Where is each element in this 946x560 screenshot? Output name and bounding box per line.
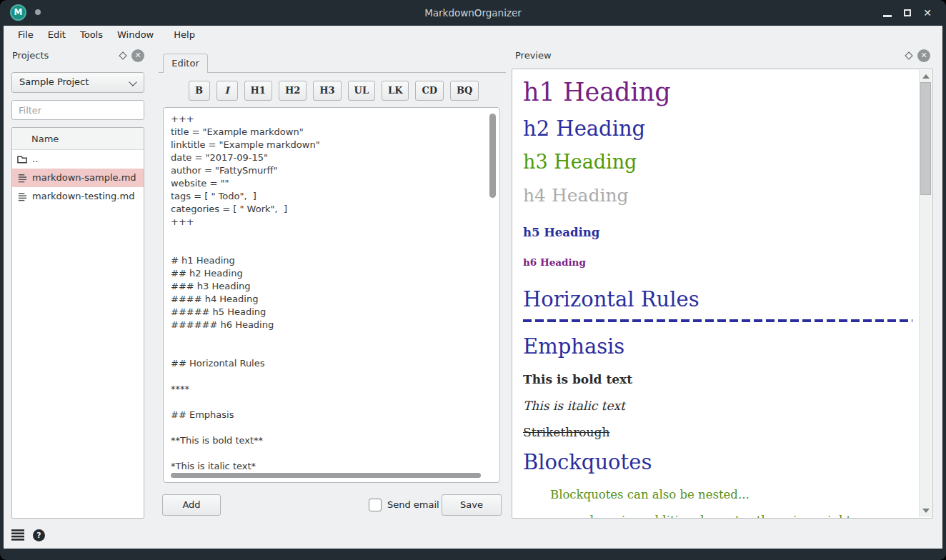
unordered-list-button[interactable]: UL xyxy=(348,81,375,101)
file-name: markdown-testing.md xyxy=(32,187,134,206)
title-bar: M MarkdownOrganizer ✕ xyxy=(0,0,946,26)
preview-blockquote-nested: ...by using additional greater-than sign… xyxy=(579,513,859,518)
file-name: .. xyxy=(32,150,38,169)
h3-button[interactable]: H3 xyxy=(313,81,341,101)
menu-file[interactable]: File xyxy=(11,26,41,44)
window-title: MarkdownOrganizer xyxy=(0,0,946,26)
editor-vscrollbar-thumb[interactable] xyxy=(489,114,496,198)
preview-panel-title: Preview xyxy=(515,50,552,61)
menu-help[interactable]: Help xyxy=(166,26,202,44)
preview-heading-horizontal-rules: Horizontal Rules xyxy=(523,286,914,313)
preview-h2: h2 Heading xyxy=(523,115,914,142)
folder-icon xyxy=(17,154,28,164)
preview-hr xyxy=(523,319,912,322)
filter-input[interactable] xyxy=(11,100,144,120)
float-panel-icon[interactable] xyxy=(905,51,912,59)
link-button[interactable]: LK xyxy=(382,81,409,101)
document-icon xyxy=(17,191,28,201)
help-button[interactable]: ? xyxy=(33,529,50,545)
file-name: markdown-sample.md xyxy=(32,169,136,187)
projects-close-button[interactable]: ✕ xyxy=(131,49,144,62)
editor-hscrollbar-thumb[interactable] xyxy=(171,473,481,478)
projects-panel: Projects ✕ Sample Project Name .. xyxy=(6,47,150,520)
send-email-label[interactable]: Send email xyxy=(387,499,439,511)
projects-panel-title: Projects xyxy=(12,50,49,61)
preview-h4: h4 Heading xyxy=(523,184,914,208)
preview-blockquote: Blockquotes can also be nested... xyxy=(550,487,914,502)
window-content: File Edit Tools Window Help Projects ✕ S… xyxy=(4,26,942,549)
add-button[interactable]: Add xyxy=(162,494,221,516)
status-list-button[interactable] xyxy=(10,529,27,544)
h1-button[interactable]: H1 xyxy=(244,81,272,101)
editor-textarea[interactable]: +++ title = "Example markdown" linktitle… xyxy=(163,107,500,483)
italic-button[interactable]: I xyxy=(216,81,238,101)
list-icon xyxy=(10,529,26,541)
file-row[interactable]: .. xyxy=(12,150,144,169)
question-icon: ? xyxy=(33,529,45,541)
preview-content: h1 Heading h2 Heading h3 Heading h4 Head… xyxy=(512,69,933,519)
blockquote-button[interactable]: BQ xyxy=(450,81,479,101)
document-icon xyxy=(17,173,28,183)
preview-italic-text: This is italic text xyxy=(523,399,914,413)
bold-button[interactable]: B xyxy=(189,81,210,101)
file-list-header[interactable]: Name xyxy=(12,128,144,150)
save-button[interactable]: Save xyxy=(442,494,502,516)
minimize-button[interactable] xyxy=(877,0,897,26)
float-panel-icon[interactable] xyxy=(119,51,126,59)
maximize-button[interactable] xyxy=(897,0,917,26)
send-email-checkbox[interactable] xyxy=(369,499,382,511)
preview-bold-text: This is bold text xyxy=(523,372,914,386)
editor-content: +++ title = "Example markdown" linktitle… xyxy=(164,108,499,478)
menu-bar: File Edit Tools Window Help xyxy=(4,26,942,44)
preview-panel-header: Preview ✕ xyxy=(509,47,936,66)
app-window: M MarkdownOrganizer ✕ File Edit Tools Wi… xyxy=(0,0,946,560)
tab-editor[interactable]: Editor xyxy=(163,54,208,73)
preview-panel: Preview ✕ h1 Heading h2 Heading h3 Headi… xyxy=(509,47,936,520)
close-button[interactable]: ✕ xyxy=(917,0,937,26)
scroll-up-icon[interactable] xyxy=(922,74,930,79)
preview-scrollbar[interactable] xyxy=(919,70,932,517)
preview-scrollbar-thumb[interactable] xyxy=(920,82,931,195)
editor-toolbar: B I H1 H2 H3 UL LK CD BQ xyxy=(159,81,509,101)
preview-h5: h5 Heading xyxy=(523,225,914,241)
preview-strikethrough-text: Strikethrough xyxy=(523,425,914,439)
file-list: Name .. markdown-sample.md xyxy=(11,127,144,519)
menu-window[interactable]: Window xyxy=(110,26,161,44)
tab-divider xyxy=(159,72,506,73)
preview-h1: h1 Heading xyxy=(523,76,914,108)
preview-heading-blockquotes: Blockquotes xyxy=(523,449,914,476)
preview-h3: h3 Heading xyxy=(523,149,914,175)
project-select-value: Sample Project xyxy=(19,76,89,87)
chevron-down-icon xyxy=(129,78,136,86)
projects-panel-header: Projects ✕ xyxy=(6,47,150,66)
menu-tools[interactable]: Tools xyxy=(73,26,110,44)
minimize-icon xyxy=(883,15,892,17)
preview-heading-emphasis: Emphasis xyxy=(523,333,914,360)
menu-edit[interactable]: Edit xyxy=(41,26,73,44)
maximize-icon xyxy=(904,9,911,16)
scroll-down-icon[interactable] xyxy=(922,509,930,513)
preview-rendered-markdown: h1 Heading h2 Heading h3 Heading h4 Head… xyxy=(523,69,914,518)
close-icon: ✕ xyxy=(917,0,937,26)
h2-button[interactable]: H2 xyxy=(279,81,307,101)
preview-close-button[interactable]: ✕ xyxy=(917,49,930,62)
preview-h6: h6 Heading xyxy=(523,256,914,269)
project-select[interactable]: Sample Project xyxy=(11,72,144,93)
file-row[interactable]: markdown-sample.md xyxy=(12,169,144,187)
code-button[interactable]: CD xyxy=(415,81,444,101)
file-row[interactable]: markdown-testing.md xyxy=(12,187,144,206)
